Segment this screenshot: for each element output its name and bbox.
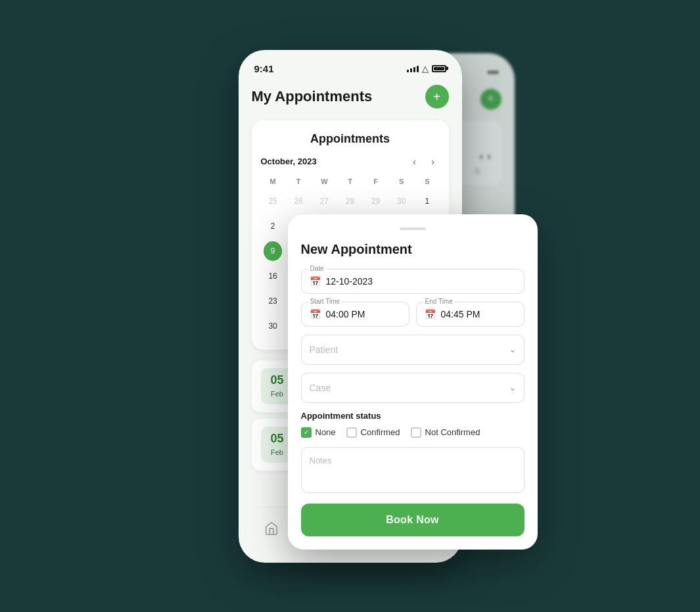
confirmed-checkbox[interactable]: [346, 427, 357, 438]
calendar-nav: October, 2023 ‹ ›: [261, 155, 440, 168]
start-time-field[interactable]: Start Time 📅 04:00 PM: [301, 302, 409, 327]
status-bar: 9:41 △: [252, 63, 449, 74]
calendar-month: October, 2023: [261, 156, 317, 166]
confirmed-label: Confirmed: [361, 427, 400, 437]
date-display: 12-10-2023: [326, 276, 373, 287]
not-confirmed-label: Not Confirmed: [425, 427, 480, 437]
day-cell[interactable]: 2: [261, 214, 285, 238]
end-time-field[interactable]: End Time 📅 04:45 PM: [416, 302, 525, 327]
notes-placeholder: Notes: [310, 456, 332, 465]
battery-icon: [432, 65, 446, 72]
day-header-tue: T: [287, 175, 311, 188]
day-cell[interactable]: 26: [287, 189, 311, 213]
modal-title: New Appointment: [301, 242, 525, 257]
day-header-thu: T: [338, 175, 362, 188]
new-appointment-modal: New Appointment Date 📅 12-10-2023 Start …: [288, 214, 538, 550]
nav-arrows: ‹ ›: [408, 155, 440, 168]
header-row: My Appointments +: [252, 85, 449, 108]
patient-select[interactable]: Patient ⌄: [301, 335, 525, 365]
status-not-confirmed-option[interactable]: Not Confirmed: [411, 427, 480, 438]
calendar-title: Appointments: [261, 132, 440, 146]
day-cell[interactable]: 29: [363, 189, 388, 213]
book-now-button[interactable]: Book Now: [301, 504, 525, 536]
none-checkbox[interactable]: [301, 427, 312, 438]
end-time-value: 📅 04:45 PM: [425, 309, 516, 319]
wifi-icon: △: [422, 64, 429, 74]
prev-month-button[interactable]: ‹: [408, 155, 421, 168]
appointment-date-month: Feb: [271, 390, 283, 398]
appointment-date-num: 05: [269, 432, 286, 446]
patient-placeholder: Patient: [310, 344, 338, 355]
date-label: Date: [308, 265, 326, 272]
day-header-mon: M: [261, 175, 285, 188]
clock-icon: 📅: [310, 309, 321, 319]
day-header-sun: S: [415, 175, 439, 188]
day-cell[interactable]: 27: [312, 189, 337, 213]
status-none-option[interactable]: None: [301, 427, 336, 438]
start-time-display: 04:00 PM: [326, 309, 365, 319]
day-cell[interactable]: 25: [261, 189, 285, 213]
next-month-button[interactable]: ›: [427, 155, 440, 168]
calendar-icon: 📅: [310, 276, 321, 287]
appointment-date-month: Feb: [271, 448, 283, 456]
start-time-label: Start Time: [308, 298, 342, 305]
case-placeholder: Case: [310, 383, 331, 393]
day-cell-selected[interactable]: 9: [264, 241, 282, 261]
day-header-wed: W: [312, 175, 337, 188]
day-cell[interactable]: 16: [261, 264, 285, 288]
status-options: None Confirmed Not Confirmed: [301, 427, 525, 438]
status-icons: △: [407, 64, 446, 74]
appointment-status-label: Appointment status: [301, 411, 525, 421]
appointment-date-num: 05: [269, 373, 286, 387]
day-cell[interactable]: 1: [415, 189, 439, 213]
page-title: My Appointments: [252, 88, 373, 105]
date-field[interactable]: Date 📅 12-10-2023: [301, 269, 525, 294]
add-appointment-button[interactable]: +: [425, 85, 449, 108]
nav-home-button[interactable]: [257, 514, 286, 543]
day-cell[interactable]: 30: [261, 314, 285, 338]
modal-handle: [400, 227, 426, 230]
status-confirmed-option[interactable]: Confirmed: [346, 427, 400, 438]
date-value: 📅 12-10-2023: [310, 276, 516, 287]
none-label: None: [315, 427, 336, 437]
start-time-value: 📅 04:00 PM: [310, 309, 401, 319]
time-row: Start Time 📅 04:00 PM End Time 📅 04:45 P…: [301, 302, 525, 327]
case-select[interactable]: Case ⌄: [301, 373, 525, 403]
chevron-down-icon: ⌄: [509, 345, 516, 354]
not-confirmed-checkbox[interactable]: [411, 427, 421, 438]
day-cell[interactable]: 28: [338, 189, 362, 213]
end-time-label: End Time: [423, 298, 455, 305]
main-container: 9:41 △ My Appointments + Appointments: [239, 50, 462, 563]
day-header-fri: F: [363, 175, 388, 188]
day-header-sat: S: [389, 175, 413, 188]
end-time-display: 04:45 PM: [441, 309, 480, 319]
day-cell[interactable]: 23: [261, 289, 285, 313]
clock-icon-2: 📅: [425, 309, 436, 319]
day-cell[interactable]: 30: [389, 189, 413, 213]
notes-field[interactable]: Notes: [301, 447, 525, 493]
appointment-status-section: Appointment status None Confirmed Not Co…: [301, 411, 525, 438]
status-time: 9:41: [254, 63, 274, 74]
signal-icon: [407, 64, 419, 72]
chevron-down-icon-2: ⌄: [509, 383, 516, 392]
